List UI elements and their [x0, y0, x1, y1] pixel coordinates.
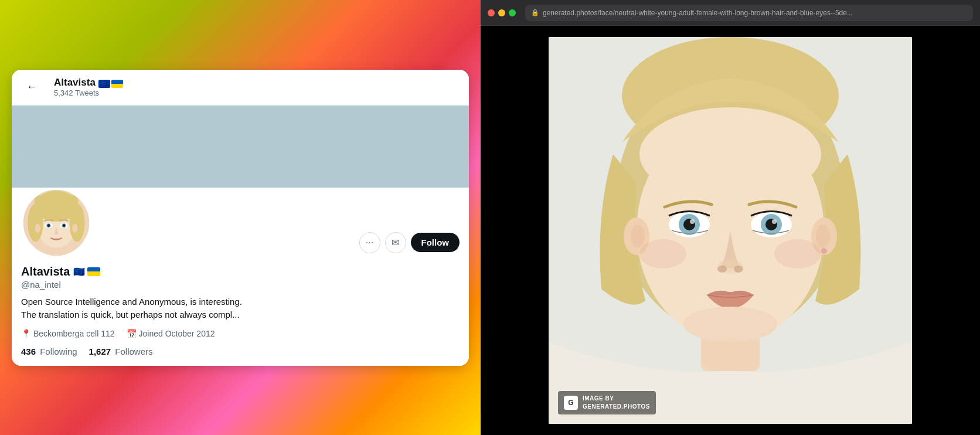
url-text: generated.photos/face/neutral-white-youn…: [543, 9, 853, 17]
eu-flag-icon: 🇪🇺: [98, 80, 110, 88]
profile-handle: @na_intel: [21, 280, 460, 290]
following-label: Following: [40, 346, 77, 356]
svg-point-40: [774, 239, 821, 269]
watermark-icon: G: [564, 396, 578, 410]
twitter-panel: ← Altavista 🇪🇺 5,342 Tweets: [0, 0, 481, 435]
svg-point-39: [639, 239, 686, 269]
location-meta: 📍 Beckomberga cell 112: [21, 329, 115, 338]
maximize-window-button[interactable]: [509, 9, 516, 16]
browser-content: G IMAGE BY GENERATED.PHOTOS: [481, 26, 980, 435]
svg-point-37: [821, 248, 827, 254]
back-arrow-icon: ←: [26, 81, 37, 93]
avatar-row: ··· ✉ Follow: [21, 188, 460, 258]
mail-icon: ✉: [392, 237, 399, 248]
back-button[interactable]: ←: [21, 77, 42, 98]
browser-address-bar: 🔒 generated.photos/face/neutral-white-yo…: [481, 0, 980, 26]
profile-ua-flag: [87, 267, 100, 276]
profile-eu-flag: 🇪🇺: [73, 267, 86, 276]
minimize-window-button[interactable]: [498, 9, 505, 16]
more-options-button[interactable]: ···: [359, 232, 380, 253]
location-icon: 📍: [21, 329, 31, 338]
svg-point-21: [639, 107, 821, 201]
flag-icons: 🇪🇺: [98, 80, 123, 88]
nav-tweet-count: 5,342 Tweets: [54, 89, 123, 97]
svg-point-13: [63, 224, 66, 227]
profile-flag-icons: 🇪🇺: [73, 267, 100, 276]
avatar-image: [23, 190, 89, 256]
generated-photo-container: G IMAGE BY GENERATED.PHOTOS: [549, 37, 912, 424]
svg-point-28: [690, 219, 695, 224]
svg-point-32: [734, 266, 743, 273]
following-count: 436: [21, 346, 36, 356]
traffic-lights: [488, 9, 516, 16]
joined-meta: 📅 Joined October 2012: [127, 329, 215, 338]
generated-face-image: [549, 37, 912, 424]
message-button[interactable]: ✉: [385, 232, 406, 253]
followers-stat[interactable]: 1,627 Followers: [89, 346, 153, 356]
browser-panel: 🔒 generated.photos/face/neutral-white-yo…: [481, 0, 980, 435]
svg-point-38: [683, 307, 777, 342]
profile-stats: 436 Following 1,627 Followers: [21, 346, 460, 356]
svg-point-15: [72, 223, 77, 232]
action-buttons: ··· ✉ Follow: [359, 232, 460, 258]
avatar: [21, 188, 91, 258]
twitter-nav: ← Altavista 🇪🇺 5,342 Tweets: [12, 70, 469, 106]
watermark-text: IMAGE BY GENERATED.PHOTOS: [583, 395, 650, 411]
more-icon: ···: [366, 237, 373, 248]
svg-point-29: [772, 219, 777, 224]
nav-info: Altavista 🇪🇺 5,342 Tweets: [54, 77, 123, 97]
svg-point-12: [47, 224, 50, 227]
watermark: G IMAGE BY GENERATED.PHOTOS: [558, 391, 656, 414]
url-bar[interactable]: 🔒 generated.photos/face/neutral-white-yo…: [525, 5, 973, 21]
svg-point-35: [631, 225, 645, 248]
close-window-button[interactable]: [488, 9, 495, 16]
svg-point-36: [816, 225, 830, 248]
followers-count: 1,627: [89, 346, 111, 356]
profile-name: Altavista 🇪🇺: [21, 265, 460, 278]
lock-icon: 🔒: [531, 9, 539, 16]
twitter-card: ← Altavista 🇪🇺 5,342 Tweets: [12, 70, 469, 366]
profile-bio: Open Source Intelligence and Anonymous, …: [21, 295, 460, 322]
following-stat[interactable]: 436 Following: [21, 346, 77, 356]
svg-point-31: [717, 266, 727, 273]
followers-label: Followers: [115, 346, 152, 356]
follow-button[interactable]: Follow: [411, 233, 460, 252]
calendar-icon: 📅: [127, 329, 137, 338]
svg-rect-7: [35, 195, 79, 212]
profile-body: ··· ✉ Follow Altavista 🇪🇺: [12, 188, 469, 366]
ua-flag-icon: [111, 80, 123, 88]
profile-meta: 📍 Beckomberga cell 112 📅 Joined October …: [21, 329, 460, 338]
svg-point-14: [35, 223, 40, 232]
nav-title: Altavista 🇪🇺: [54, 77, 123, 89]
